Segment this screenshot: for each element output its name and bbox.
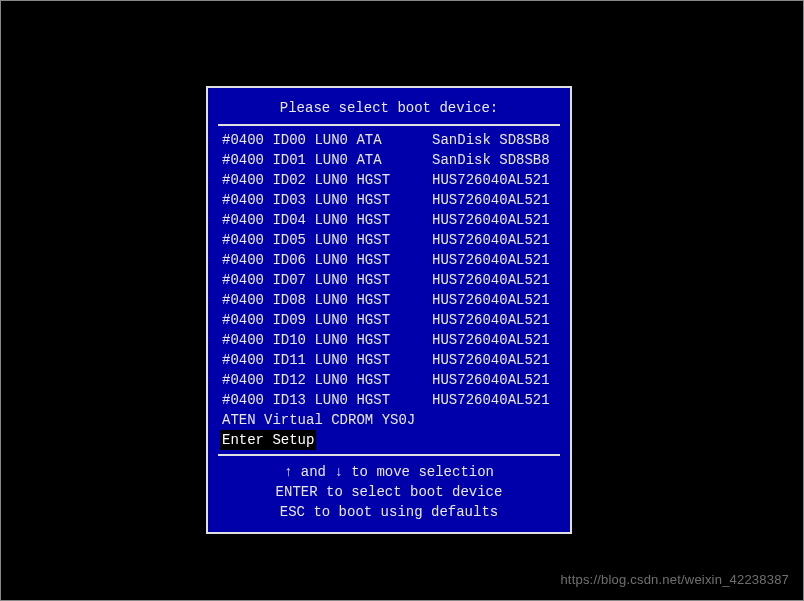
boot-device-item[interactable]: #0400 ID05 LUN0 HGST HUS726040AL521 <box>220 230 558 250</box>
boot-device-item[interactable]: #0400 ID03 LUN0 HGST HUS726040AL521 <box>220 190 558 210</box>
boot-device-item[interactable]: #0400 ID04 LUN0 HGST HUS726040AL521 <box>220 210 558 230</box>
boot-device-item[interactable]: #0400 ID06 LUN0 HGST HUS726040AL521 <box>220 250 558 270</box>
divider <box>218 124 560 126</box>
boot-device-item[interactable]: #0400 ID08 LUN0 HGST HUS726040AL521 <box>220 290 558 310</box>
boot-device-item[interactable]: #0400 ID01 LUN0 ATA SanDisk SD8SB8 <box>220 150 558 170</box>
instruction-move: ↑ and ↓ to move selection <box>220 462 558 482</box>
watermark-text: https://blog.csdn.net/weixin_42238387 <box>560 570 789 590</box>
boot-device-item[interactable]: #0400 ID13 LUN0 HGST HUS726040AL521 <box>220 390 558 410</box>
boot-device-item[interactable]: #0400 ID07 LUN0 HGST HUS726040AL521 <box>220 270 558 290</box>
boot-device-item[interactable]: #0400 ID00 LUN0 ATA SanDisk SD8SB8 <box>220 130 558 150</box>
bios-screen: Please select boot device: #0400 ID00 LU… <box>0 0 804 601</box>
boot-device-item[interactable]: #0400 ID11 LUN0 HGST HUS726040AL521 <box>220 350 558 370</box>
instruction-enter: ENTER to select boot device <box>220 482 558 502</box>
boot-device-item[interactable]: #0400 ID12 LUN0 HGST HUS726040AL521 <box>220 370 558 390</box>
instruction-esc: ESC to boot using defaults <box>220 502 558 522</box>
boot-device-list[interactable]: #0400 ID00 LUN0 ATA SanDisk SD8SB8#0400 … <box>220 130 558 450</box>
boot-device-item[interactable]: Enter Setup <box>220 430 316 450</box>
boot-device-item[interactable]: ATEN Virtual CDROM YS0J <box>220 410 558 430</box>
boot-device-item[interactable]: #0400 ID10 LUN0 HGST HUS726040AL521 <box>220 330 558 350</box>
divider <box>218 454 560 456</box>
instructions-block: ↑ and ↓ to move selection ENTER to selec… <box>220 460 558 522</box>
boot-device-item[interactable]: #0400 ID02 LUN0 HGST HUS726040AL521 <box>220 170 558 190</box>
boot-device-item[interactable]: #0400 ID09 LUN0 HGST HUS726040AL521 <box>220 310 558 330</box>
boot-device-dialog: Please select boot device: #0400 ID00 LU… <box>206 86 572 534</box>
dialog-title: Please select boot device: <box>220 94 558 120</box>
